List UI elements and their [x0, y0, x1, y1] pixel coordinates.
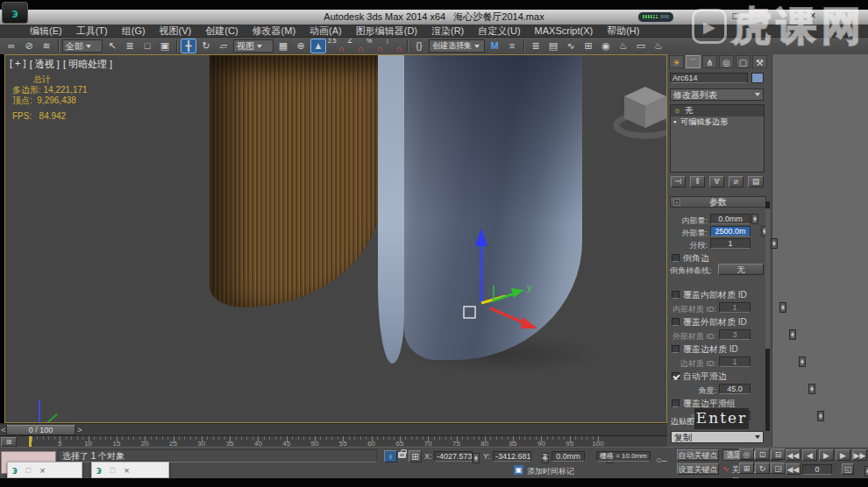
close-button[interactable]: × — [806, 10, 820, 24]
curve-editor-icon[interactable]: ∿ — [563, 39, 579, 53]
set-key-key-icon[interactable]: ○– — [656, 455, 667, 465]
auto-smooth-checkbox[interactable]: 自动平滑边 — [672, 371, 727, 383]
checkbox-icon[interactable] — [672, 318, 679, 326]
lightbulb-icon[interactable]: ☼ — [673, 105, 680, 116]
x-coord-spinner[interactable] — [473, 453, 480, 463]
select-and-move-icon[interactable]: ╋ — [181, 39, 196, 53]
play-button[interactable]: ▶ — [819, 449, 834, 461]
view-cube[interactable] — [606, 80, 667, 145]
outer-matid-spinner[interactable] — [789, 329, 796, 340]
selection-lock-icon[interactable] — [398, 452, 406, 458]
inner-amount-field[interactable]: 0.0mm — [710, 214, 751, 224]
x-coord-field[interactable]: -4027.573 — [434, 451, 473, 462]
panel-scrollbar[interactable] — [765, 201, 770, 431]
mini-window-1[interactable]: ϶ □ × — [7, 462, 82, 478]
schematic-view-icon[interactable]: ⊞ — [580, 39, 596, 53]
override-edge-matid-checkbox[interactable]: 覆盖边材质 ID — [672, 343, 738, 356]
angle-field[interactable]: 45.0 — [719, 384, 751, 394]
frame-spinner[interactable] — [864, 466, 868, 476]
menu-rendering[interactable]: 渲染(R) — [431, 25, 464, 38]
override-inner-matid-checkbox[interactable]: 覆盖内部材质 ID — [672, 289, 747, 301]
show-end-result-button[interactable]: ‖ — [690, 176, 705, 187]
outer-matid-field[interactable]: 3 — [719, 329, 751, 340]
keyboard-override-icon[interactable]: ▲ — [310, 39, 326, 53]
spinner-snap-icon[interactable]: ↕∩ — [386, 39, 403, 53]
menu-customize[interactable]: 自定义(U) — [478, 25, 520, 38]
unlink-selection-icon[interactable]: ⊘ — [21, 39, 37, 53]
edge-map-dropdown[interactable]: 复制 — [671, 431, 764, 443]
restore-icon[interactable]: □ — [26, 466, 31, 475]
tab-create[interactable]: ☀ — [669, 55, 684, 68]
tab-motion[interactable]: ◎ — [719, 55, 734, 68]
tab-hierarchy[interactable]: ⋔ — [702, 55, 717, 68]
parameters-rollout-header[interactable]: - 参数 — [670, 196, 766, 208]
select-and-manipulate-icon[interactable]: ⊕ — [293, 39, 309, 53]
named-selection-set-dropdown[interactable]: 创建选择集 — [429, 39, 485, 53]
edit-named-selection-sets-icon[interactable]: {} — [411, 39, 427, 53]
zoom-all-icon[interactable]: ⊞ — [739, 462, 754, 474]
go-to-start-button[interactable]: ◀◀ — [786, 449, 800, 461]
ribbon-toggle-icon[interactable]: ▤ — [545, 39, 561, 53]
transform-gizmo-toggle-icon[interactable]: ⊞ — [409, 450, 422, 462]
menu-modifiers[interactable]: 修改器(M) — [253, 25, 296, 38]
modifier-list-dropdown[interactable]: 修改器列表 — [670, 88, 764, 101]
selection-filter-dropdown[interactable]: 全部 — [62, 39, 103, 53]
percent-snap-icon[interactable]: %∩ — [366, 39, 384, 53]
segments-field[interactable]: 1 — [710, 238, 751, 249]
reference-coordinate-dropdown[interactable]: 视图 — [233, 39, 274, 53]
checkbox-icon[interactable] — [672, 399, 679, 407]
material-editor-icon[interactable]: ◉ — [598, 39, 614, 53]
next-frame-button[interactable]: ▶ — [836, 449, 850, 461]
isolate-selection-icon[interactable]: ♀ — [384, 450, 397, 462]
use-pivot-center-icon[interactable]: ▦ — [275, 39, 291, 53]
render-production-icon[interactable]: ♨ — [651, 39, 666, 53]
menu-create[interactable]: 创建(C) — [205, 25, 238, 38]
align-icon[interactable]: ≡ — [504, 39, 520, 53]
viewport-menu-shading[interactable]: [ 明暗处理 ] — [63, 58, 112, 71]
mini-window-2[interactable]: ϶ □ × — [91, 462, 169, 478]
override-outer-matid-checkbox[interactable]: 覆盖外部材质 ID — [672, 316, 747, 328]
stack-item-editable-poly[interactable]: ▪ 可编辑多边形 — [671, 116, 764, 128]
menu-edit[interactable]: 编辑(E) — [30, 25, 62, 38]
time-tag-icon[interactable]: ▣ — [514, 465, 523, 475]
viewport-menu-view[interactable]: [ 透视 ] — [30, 58, 60, 71]
timeline-ruler[interactable]: ⊞ 51015202530354045505560657075808590951… — [0, 435, 667, 447]
tab-utilities[interactable]: ⚒ — [752, 55, 767, 68]
rendered-frame-window-icon[interactable]: ▭ — [633, 39, 649, 53]
restore-icon[interactable]: □ — [110, 466, 115, 475]
bind-to-spacewarp-icon[interactable]: ≋ — [39, 39, 54, 53]
layer-manager-icon[interactable]: ≣ — [528, 39, 544, 53]
viewport-menu-plus[interactable]: [ + ] — [10, 58, 26, 71]
edge-matid-spinner[interactable] — [799, 356, 806, 367]
orbit-icon[interactable]: ↻ — [755, 462, 770, 474]
rectangular-selection-icon[interactable]: □ — [139, 39, 155, 53]
edge-matid-field[interactable]: 1 — [719, 356, 751, 367]
transform-gizmo[interactable]: y — [439, 208, 544, 340]
outer-amount-field[interactable]: 2500.0m — [710, 226, 751, 236]
segments-spinner[interactable] — [771, 238, 778, 249]
select-and-rotate-icon[interactable]: ↻ — [198, 39, 214, 53]
y-coord-field[interactable]: -3412.681 — [493, 451, 531, 462]
object-color-swatch[interactable] — [751, 73, 764, 83]
auto-key-button[interactable]: 自动关键点 — [677, 449, 719, 461]
menu-tools[interactable]: 工具(T) — [76, 25, 108, 38]
configure-modifier-sets-button[interactable]: ▤ — [748, 176, 764, 187]
maximize-viewport-icon[interactable]: ◲ — [771, 462, 786, 474]
bevel-edges-checkbox[interactable]: 倒角边 — [672, 252, 709, 265]
inner-matid-field[interactable]: 1 — [719, 302, 751, 313]
select-object-icon[interactable]: ↖ — [104, 39, 120, 53]
close-icon[interactable]: × — [39, 465, 45, 476]
collapse-icon[interactable]: - — [673, 199, 680, 206]
checkbox-icon[interactable] — [672, 291, 679, 299]
go-to-end-button[interactable]: ▶▶ — [852, 449, 867, 461]
select-and-link-icon[interactable]: ∞ — [4, 39, 19, 53]
checkbox-checked-icon[interactable] — [672, 372, 679, 380]
menu-views[interactable]: 视图(V) — [160, 25, 192, 38]
checkbox-icon[interactable] — [672, 345, 679, 353]
time-slider-handle[interactable]: 0 / 100 — [6, 425, 75, 435]
menu-group[interactable]: 组(G) — [122, 25, 146, 38]
smooth-group-spinner[interactable] — [817, 411, 824, 421]
add-time-tag[interactable]: 添加时间标记 — [527, 466, 574, 477]
zoom-icon[interactable]: ◎ — [739, 448, 754, 460]
maximize-button[interactable]: □ — [729, 10, 743, 24]
